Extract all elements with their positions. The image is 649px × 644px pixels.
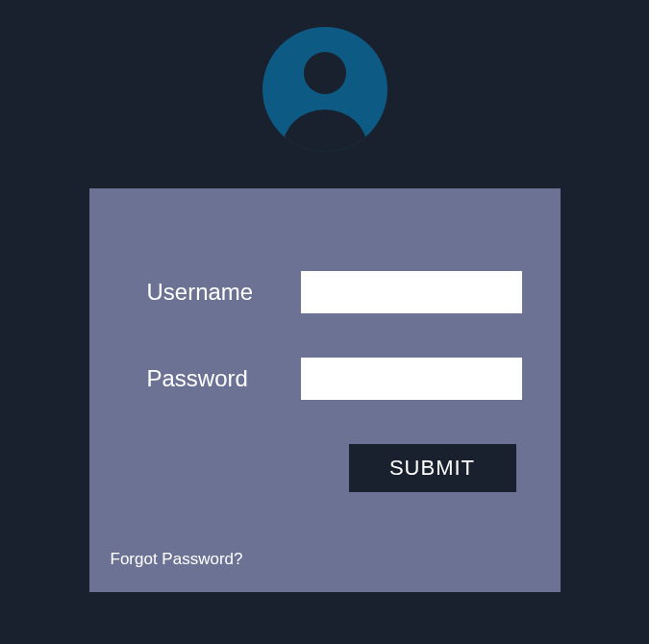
submit-row: SUBMIT (89, 444, 561, 492)
avatar-head-shape (304, 52, 346, 94)
forgot-password-link[interactable]: Forgot Password? (111, 550, 243, 569)
password-row: Password (89, 358, 561, 400)
username-input[interactable] (301, 271, 522, 313)
user-avatar-icon (262, 27, 387, 152)
submit-button[interactable]: SUBMIT (349, 444, 516, 492)
avatar-body-shape (283, 110, 367, 152)
password-label: Password (147, 365, 301, 392)
login-panel: Username Password SUBMIT Forgot Password… (89, 188, 561, 592)
username-row: Username (89, 271, 561, 313)
password-input[interactable] (301, 358, 522, 400)
username-label: Username (147, 279, 301, 306)
